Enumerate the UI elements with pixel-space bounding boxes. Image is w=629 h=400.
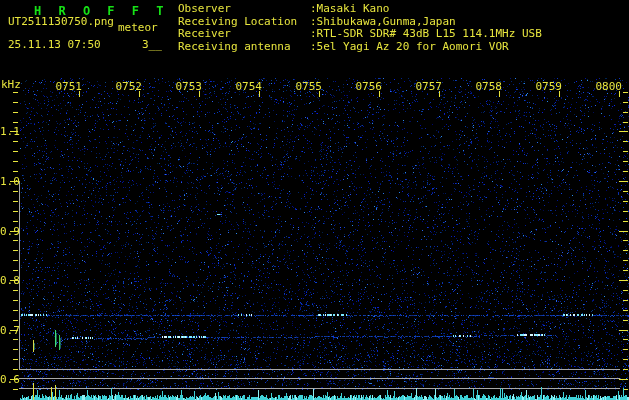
spectrogram-canvas	[0, 0, 629, 400]
hrofft-window: H R O F F T UT2511130750.png meteor 25.1…	[0, 0, 629, 400]
